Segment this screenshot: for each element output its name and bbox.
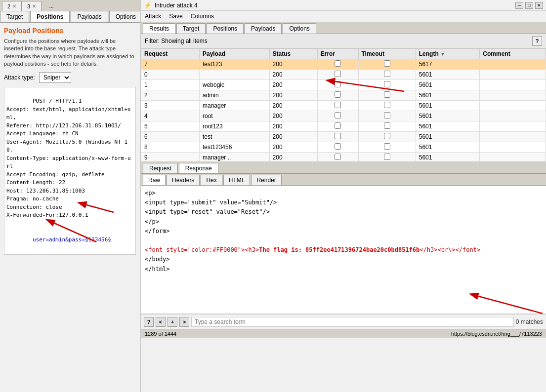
- attack-menu-bar: Attack Save Columns: [141, 11, 546, 22]
- attack-tab-positions[interactable]: Positions: [207, 23, 244, 34]
- minimize-button[interactable]: ─: [515, 2, 523, 9]
- request-text-box: POST / HTTP/1.1 Accept: text/html, appli…: [4, 87, 136, 255]
- close-tab-icon[interactable]: ✕: [32, 3, 36, 9]
- attack-tab-options[interactable]: Options: [283, 23, 316, 34]
- search-input[interactable]: [191, 317, 514, 327]
- left-nav-positions[interactable]: Positions: [30, 11, 70, 22]
- search-bar: ? < + > 0 matches: [141, 314, 546, 329]
- table-row[interactable]: 4root2005601: [141, 111, 546, 121]
- sub-tab-html[interactable]: HTML: [223, 175, 251, 185]
- table-row[interactable]: 02005601: [141, 70, 546, 80]
- attack-window-icon: ⚡: [144, 1, 152, 9]
- sort-arrow: ▼: [440, 51, 445, 57]
- browser-tab-3[interactable]: 3 ✕: [22, 1, 42, 11]
- left-nav-tabs: Target Positions Payloads Options: [0, 11, 140, 23]
- table-row[interactable]: 3manager2005601: [141, 101, 546, 111]
- table-header-row: Request Payload Status Error Timeout Len…: [141, 49, 546, 59]
- attack-menu-attack[interactable]: Attack: [145, 13, 161, 20]
- filter-text: Filter: Showing all items: [145, 38, 208, 44]
- sub-tab-render[interactable]: Render: [251, 175, 281, 185]
- col-comment: Comment: [480, 49, 546, 59]
- attack-window-title: Intruder attack 4: [155, 2, 198, 9]
- tab-label: Options: [289, 25, 309, 32]
- flag-text: The flag is: 85ff2ee4171396724bae20c0bd8…: [259, 246, 420, 253]
- table-row[interactable]: 1webogic2005601: [141, 80, 546, 90]
- nav-tab-label: Payloads: [77, 13, 101, 20]
- results-table-container: Request Payload Status Error Timeout Len…: [141, 48, 546, 162]
- col-request: Request: [141, 49, 200, 59]
- attack-tab-payloads[interactable]: Payloads: [245, 23, 282, 34]
- tab-label: Render: [256, 177, 276, 184]
- sub-tab-raw[interactable]: Raw: [143, 175, 166, 185]
- left-nav-target[interactable]: Target: [0, 11, 29, 22]
- table-row[interactable]: 7test1232005617: [141, 59, 546, 70]
- response-line-blank: [145, 236, 542, 245]
- table-row[interactable]: 8test1234562005601: [141, 142, 546, 153]
- filter-bar: Filter: Showing all items ?: [141, 34, 546, 48]
- response-line-5: </form>: [145, 227, 542, 236]
- response-flag-line: <font style="color:#FF0000"><h3>The flag…: [145, 245, 542, 255]
- status-left: 1289 of 1444: [145, 331, 176, 337]
- table-row[interactable]: 9manager ..2005601: [141, 153, 546, 162]
- sub-tab-hex[interactable]: Hex: [201, 175, 222, 185]
- browser-tabs-bar: 2 ✕ 3 ✕ ...: [0, 0, 140, 11]
- nav-tab-label: Positions: [37, 13, 63, 20]
- attack-menu-columns[interactable]: Columns: [191, 13, 214, 20]
- attack-type-row: Attack type: Sniper: [4, 72, 136, 83]
- tab-label: Response: [185, 165, 212, 172]
- app-window: 2 ✕ 3 ✕ ... Target Positions Payloads: [0, 0, 546, 392]
- search-help-button[interactable]: ?: [144, 317, 154, 327]
- response-line-2: <input type="submit" value="Submit"/>: [145, 198, 542, 207]
- status-bar: 1289 of 1444 https://blog.csdn.net/hng__…: [141, 329, 546, 338]
- table-row[interactable]: 6test2005601: [141, 132, 546, 142]
- attack-tabs-bar: Results Target Positions Payloads Option…: [141, 22, 546, 34]
- tab-label: Request: [149, 165, 171, 172]
- search-plus-button[interactable]: +: [168, 317, 177, 327]
- response-content-area: <p> <input type="submit" value="Submit"/…: [141, 186, 546, 314]
- filter-help-button[interactable]: ?: [532, 36, 542, 46]
- nav-tab-label: Options: [116, 13, 136, 20]
- response-line-html: </html>: [145, 265, 542, 274]
- tab-label: Hex: [206, 177, 216, 184]
- tab-label: Results: [149, 25, 169, 32]
- tab-label: Raw: [148, 177, 160, 184]
- response-line-4: </p>: [145, 217, 542, 227]
- sub-tab-headers[interactable]: Headers: [167, 175, 200, 185]
- close-tab-icon[interactable]: ✕: [12, 3, 16, 9]
- response-line-body: </body>: [145, 255, 542, 264]
- tab-label: HTML: [229, 177, 245, 184]
- col-status: Status: [269, 49, 317, 59]
- browser-tab-more[interactable]: ...: [42, 1, 61, 11]
- left-nav-payloads[interactable]: Payloads: [71, 11, 108, 22]
- maximize-button[interactable]: □: [525, 2, 533, 9]
- attack-title-bar: ⚡ Intruder attack 4 ─ □ ✕: [141, 0, 546, 11]
- tab-label: 3: [27, 3, 30, 9]
- attack-tab-results[interactable]: Results: [143, 23, 175, 34]
- status-right: https://blog.csdn.net/hng___/7113223: [451, 331, 542, 337]
- left-burp-panel: 2 ✕ 3 ✕ ... Target Positions Payloads: [0, 0, 140, 392]
- browser-tab-2[interactable]: 2 ✕: [2, 1, 22, 11]
- response-line-1: <p>: [145, 189, 542, 198]
- tab-label: Payloads: [251, 25, 275, 32]
- col-length: Length ▼: [416, 49, 480, 59]
- attack-menu-save[interactable]: Save: [169, 13, 182, 20]
- col-error: Error: [317, 49, 358, 59]
- tab-label: 2: [7, 3, 10, 9]
- nav-tab-label: Target: [6, 13, 23, 20]
- table-row[interactable]: 5root1232005601: [141, 121, 546, 132]
- search-prev-button[interactable]: <: [156, 317, 166, 327]
- sub-tabs-bar: Raw Headers Hex HTML Render: [141, 174, 546, 186]
- attack-tab-target[interactable]: Target: [176, 23, 206, 34]
- table-row[interactable]: 2admin2005601: [141, 90, 546, 101]
- left-nav-options[interactable]: Options: [109, 11, 142, 22]
- col-timeout: Timeout: [358, 49, 416, 59]
- payload-positions-title: Payload Positions: [4, 27, 136, 35]
- response-line-3: <input type="reset" value="Reset"/>: [145, 207, 542, 217]
- search-next-button[interactable]: >: [179, 317, 189, 327]
- response-tab[interactable]: Response: [179, 163, 218, 173]
- results-table-body: 7test1232005617020056011webogic20056012a…: [141, 59, 546, 162]
- close-button[interactable]: ✕: [535, 2, 543, 9]
- attack-type-select[interactable]: Sniper: [39, 72, 71, 83]
- right-attack-window: ⚡ Intruder attack 4 ─ □ ✕ Attack Save Co…: [140, 0, 546, 392]
- request-tab[interactable]: Request: [143, 163, 178, 173]
